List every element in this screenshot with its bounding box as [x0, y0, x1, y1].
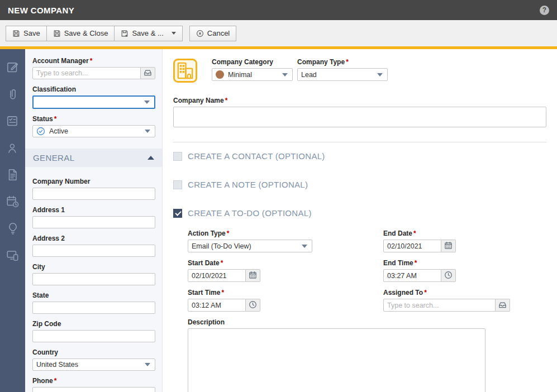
description-textarea[interactable] — [188, 328, 485, 392]
save-and-more-label: Save & ... — [132, 29, 163, 37]
assigned-to-label: Assigned To — [383, 289, 510, 297]
chevron-up-icon — [147, 156, 154, 160]
start-date-field: Start Date — [188, 260, 312, 282]
phone-input[interactable] — [32, 387, 155, 392]
address2-field: Address 2 — [32, 235, 155, 257]
action-type-field: Action Type Email (To-Do View) — [188, 230, 312, 252]
end-date-field: End Date — [383, 230, 510, 252]
clock-icon — [249, 300, 257, 310]
start-time-input[interactable] — [188, 299, 246, 312]
company-type-field: Company Type Lead — [297, 59, 388, 81]
tasks-icon[interactable] — [0, 108, 25, 135]
assigned-to-input[interactable] — [383, 299, 496, 312]
end-time-field: End Time — [383, 260, 510, 282]
address1-input[interactable] — [32, 216, 155, 228]
save-icon — [12, 30, 20, 37]
save-label: Save — [23, 29, 40, 37]
left-form-panel: Account Manager Classification Status — [25, 49, 163, 392]
address2-input[interactable] — [32, 245, 155, 257]
save-and-close-button[interactable]: Save & Close — [46, 26, 115, 41]
start-date-input[interactable] — [188, 269, 246, 282]
country-select[interactable]: United States — [32, 358, 155, 371]
create-note-checkbox[interactable] — [173, 180, 182, 189]
end-date-input[interactable] — [383, 240, 441, 252]
account-manager-input[interactable] — [32, 67, 141, 79]
calendar-clock-icon[interactable] — [0, 188, 25, 215]
contact-icon[interactable] — [0, 135, 25, 161]
edit-icon[interactable] — [0, 54, 25, 81]
cancel-icon — [196, 30, 204, 37]
zip-code-label: Zip Code — [32, 321, 155, 328]
start-time-label: Start Time — [188, 289, 312, 297]
state-input[interactable] — [32, 302, 155, 314]
help-button[interactable]: ? — [540, 6, 549, 15]
cancel-button[interactable]: Cancel — [189, 26, 236, 41]
divider — [173, 142, 546, 142]
status-label: Status — [32, 116, 155, 123]
create-todo-checkbox[interactable] — [173, 209, 182, 218]
chevron-down-icon — [282, 73, 288, 77]
create-todo-toggle[interactable]: CREATE A TO-DO (OPTIONAL) — [173, 208, 546, 218]
company-type-value: Lead — [301, 71, 317, 79]
classification-field: Classification — [32, 86, 155, 109]
chevron-down-icon — [172, 32, 176, 35]
company-type-label: Company Type — [297, 59, 388, 66]
save-icon — [53, 30, 61, 37]
phone-field: Phone — [32, 377, 155, 392]
category-color-swatch — [216, 70, 224, 79]
create-contact-toggle[interactable]: CREATE A CONTACT (OPTIONAL) — [173, 151, 546, 161]
country-label: Country — [32, 349, 155, 356]
start-time-picker-button[interactable] — [246, 299, 260, 312]
end-time-input[interactable] — [383, 269, 441, 282]
company-type-select[interactable]: Lead — [297, 68, 388, 81]
save-and-more-button[interactable]: Save & ... — [114, 26, 182, 41]
general-section-header[interactable]: GENERAL — [25, 149, 162, 167]
city-label: City — [32, 264, 155, 271]
lightbulb-icon[interactable] — [0, 215, 25, 242]
zip-code-input[interactable] — [32, 330, 155, 342]
create-note-toggle[interactable]: CREATE A NOTE (OPTIONAL) — [173, 180, 546, 189]
devices-icon[interactable] — [0, 242, 25, 269]
create-todo-label: CREATE A TO-DO (OPTIONAL) — [188, 208, 312, 218]
chevron-down-icon — [144, 101, 150, 104]
save-button[interactable]: Save — [6, 26, 47, 41]
cancel-label: Cancel — [207, 29, 230, 37]
status-check-icon — [36, 127, 45, 136]
account-manager-lookup-button[interactable] — [141, 67, 155, 79]
assigned-to-lookup-button[interactable] — [496, 299, 510, 312]
description-label: Description — [188, 319, 546, 326]
end-date-label: End Date — [383, 230, 510, 237]
end-time-label: End Time — [383, 260, 510, 267]
country-field: Country United States — [32, 349, 155, 371]
start-date-picker-button[interactable] — [246, 269, 260, 282]
document-icon[interactable] — [0, 161, 25, 188]
chevron-down-icon — [145, 363, 150, 366]
calendar-icon — [249, 271, 257, 281]
phone-label: Phone — [32, 377, 155, 385]
paperclip-icon[interactable] — [0, 81, 25, 108]
chevron-down-icon — [377, 73, 383, 77]
status-field: Status Active — [32, 116, 155, 137]
company-number-input[interactable] — [32, 188, 155, 200]
classification-label: Classification — [32, 86, 155, 93]
create-note-label: CREATE A NOTE (OPTIONAL) — [188, 180, 308, 189]
account-manager-label: Account Manager — [32, 58, 155, 65]
create-contact-checkbox[interactable] — [173, 152, 182, 161]
content-area: Account Manager Classification Status — [0, 49, 557, 392]
save-plus-icon — [121, 30, 128, 37]
calendar-icon — [444, 241, 453, 251]
page-title: NEW COMPANY — [8, 6, 74, 15]
city-input[interactable] — [32, 273, 155, 285]
status-select[interactable]: Active — [32, 125, 155, 137]
company-category-label: Company Category — [212, 59, 293, 66]
classification-select[interactable] — [32, 95, 155, 109]
company-name-input[interactable] — [173, 107, 546, 127]
description-field: Description — [188, 319, 546, 392]
action-type-value: Email (To-Do View) — [192, 242, 251, 250]
end-time-picker-button[interactable] — [441, 269, 456, 282]
zip-code-field: Zip Code — [32, 321, 155, 342]
company-category-select[interactable]: Minimal — [212, 68, 293, 81]
end-date-picker-button[interactable] — [441, 240, 456, 252]
save-button-group: Save Save & Close Save & ... — [6, 26, 183, 41]
action-type-select[interactable]: Email (To-Do View) — [188, 240, 312, 252]
